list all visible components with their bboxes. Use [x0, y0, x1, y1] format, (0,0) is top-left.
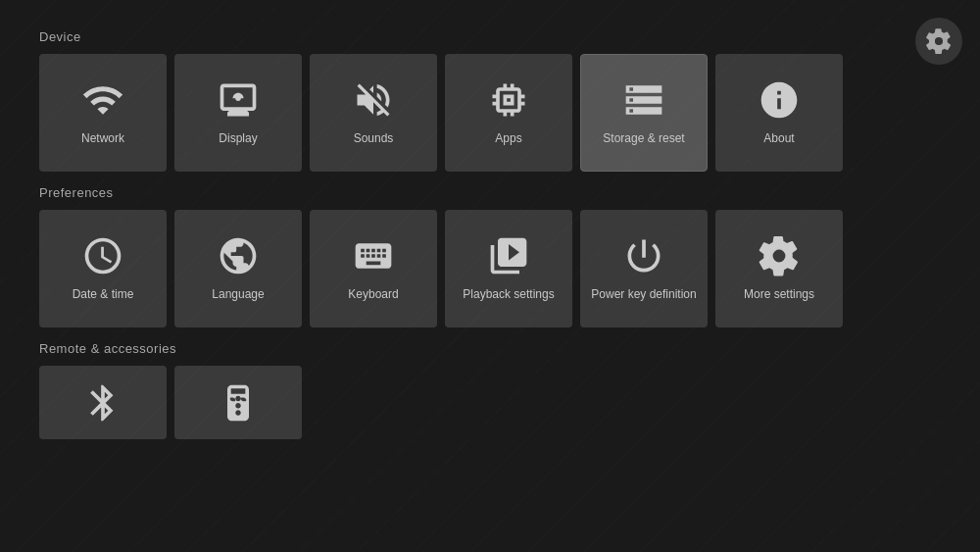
tile-datetime[interactable]: Date & time: [39, 210, 167, 327]
tile-playback[interactable]: Playback settings: [445, 210, 572, 327]
apps-icon: [487, 78, 530, 122]
tile-storage-label: Storage & reset: [603, 131, 684, 147]
tile-network[interactable]: Network: [39, 54, 167, 172]
sounds-icon: [352, 78, 395, 122]
tile-storage[interactable]: Storage & reset: [580, 54, 708, 172]
tile-powerkey-label: Power key definition: [591, 287, 696, 303]
tile-about[interactable]: About: [715, 54, 843, 172]
gear-icon: [925, 27, 953, 55]
tile-keyboard-label: Keyboard: [348, 287, 398, 303]
main-content: Device Network Display Sounds: [0, 0, 980, 459]
settings-gear-button[interactable]: [915, 18, 962, 65]
tile-about-label: About: [763, 131, 794, 147]
keyboard-icon: [352, 234, 395, 277]
section-remote-label: Remote & accessories: [39, 341, 941, 356]
about-icon: [758, 78, 801, 122]
tile-more-settings[interactable]: More settings: [715, 210, 843, 327]
globe-icon: [217, 234, 260, 277]
tile-language-label: Language: [212, 287, 264, 303]
tile-datetime-label: Date & time: [73, 287, 134, 303]
more-settings-icon: [758, 234, 801, 277]
storage-icon: [622, 78, 665, 122]
power-icon: [622, 234, 665, 277]
tile-keyboard[interactable]: Keyboard: [310, 210, 437, 327]
tile-bluetooth[interactable]: [39, 366, 167, 439]
tile-playback-label: Playback settings: [463, 287, 554, 303]
wifi-icon: [81, 78, 124, 122]
device-tiles-row: Network Display Sounds Apps: [39, 54, 941, 172]
remote-icon: [217, 381, 260, 425]
tile-sounds-label: Sounds: [354, 131, 394, 147]
tile-language[interactable]: Language: [174, 210, 302, 327]
remote-tiles-row: [39, 366, 941, 439]
section-preferences-label: Preferences: [39, 185, 941, 200]
tile-apps[interactable]: Apps: [445, 54, 572, 172]
clock-icon: [81, 234, 124, 277]
playback-icon: [487, 234, 530, 277]
tile-sounds[interactable]: Sounds: [310, 54, 437, 172]
tile-display[interactable]: Display: [174, 54, 302, 172]
tile-more-settings-label: More settings: [744, 287, 814, 303]
display-icon: [217, 78, 260, 122]
section-device-label: Device: [39, 29, 941, 44]
tile-powerkey[interactable]: Power key definition: [580, 210, 708, 327]
tile-network-label: Network: [81, 131, 124, 147]
bluetooth-icon: [81, 381, 124, 425]
tile-remote[interactable]: [174, 366, 302, 439]
preferences-tiles-row: Date & time Language Keyboard Playback s…: [39, 210, 941, 327]
tile-display-label: Display: [219, 131, 257, 147]
tile-apps-label: Apps: [495, 131, 521, 147]
